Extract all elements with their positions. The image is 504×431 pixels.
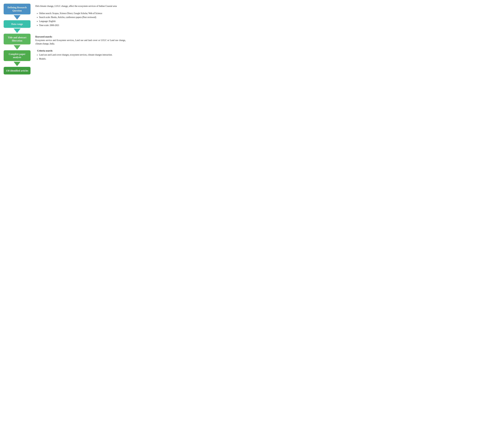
box-data-range: Data range xyxy=(4,20,30,28)
box-title-abstract: Title and abstract filteration xyxy=(4,34,30,45)
keyword-block: Keyword search: Ecosystem service and Ec… xyxy=(35,35,126,46)
right-content-column: Did climate change, LULC change, affect … xyxy=(35,4,126,62)
list-item: Land use and Land cover changes, ecosyst… xyxy=(39,53,126,57)
criteria-title: Criteria search: xyxy=(37,49,126,52)
arrow-4 xyxy=(14,62,20,66)
box-138-articles: 138 identified articles xyxy=(4,67,30,74)
box-label: Defining Research Question xyxy=(8,6,27,12)
box-label: 138 identified articles xyxy=(6,69,28,72)
box-label: Complete paper analysis xyxy=(9,53,25,59)
main-container: Defining Research Question Data range Ti… xyxy=(4,4,126,74)
data-range-block: Online search: Scopus, Science Direct, G… xyxy=(35,12,126,28)
arrow-2 xyxy=(14,28,20,33)
list-item: Models. xyxy=(39,57,126,61)
data-range-list: Online search: Scopus, Science Direct, G… xyxy=(35,12,126,27)
box-label: Title and abstract filteration xyxy=(8,36,26,42)
research-question-block: Did climate change, LULC change, affect … xyxy=(35,4,126,8)
arrow-3 xyxy=(14,45,20,50)
keyword-text: Ecosystem service and Ecosystem services… xyxy=(35,39,126,46)
arrow-1 xyxy=(14,15,20,19)
criteria-list: Land use and Land cover changes, ecosyst… xyxy=(35,53,126,61)
list-item: Time scale: 2000-2021 xyxy=(39,24,126,27)
research-question-text: Did climate change, LULC change, affect … xyxy=(35,5,117,7)
list-item: Search scale: Books, Articles, conferenc… xyxy=(39,16,126,19)
flowchart-column: Defining Research Question Data range Ti… xyxy=(4,4,30,74)
box-complete-paper: Complete paper analysis xyxy=(4,50,30,61)
criteria-block: Criteria search: Land use and Land cover… xyxy=(35,49,126,62)
list-item: Language: English xyxy=(39,19,126,23)
box-defining-research-question: Defining Research Question xyxy=(4,4,30,14)
list-item: Online search: Scopus, Science Direct, G… xyxy=(39,12,126,15)
keyword-title: Keyword search: xyxy=(35,35,126,38)
box-label: Data range xyxy=(11,23,23,25)
